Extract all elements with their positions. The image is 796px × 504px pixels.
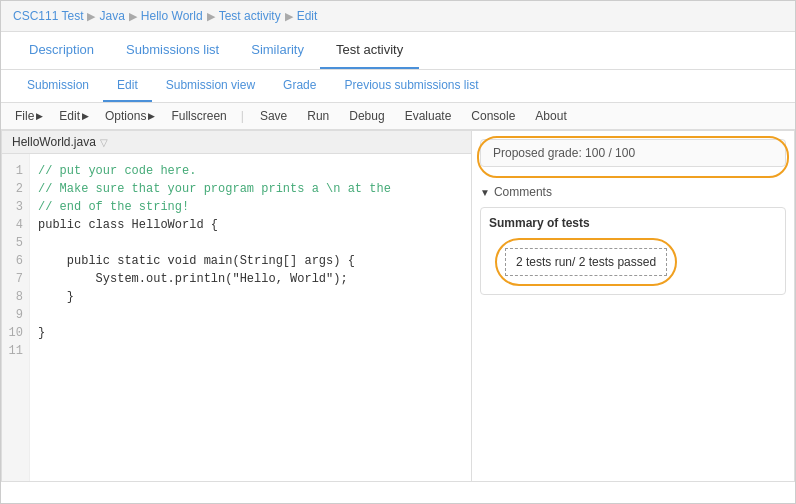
- grade-label: Proposed grade: 100 / 100: [493, 146, 635, 160]
- comments-toggle[interactable]: ▼ Comments: [480, 185, 786, 199]
- right-panel: Proposed grade: 100 / 100 ▼ Comments Sum…: [472, 131, 794, 481]
- triangle-icon: ▼: [480, 187, 490, 198]
- comments-label: Comments: [494, 185, 552, 199]
- breadcrumb-java[interactable]: Java: [99, 9, 124, 23]
- breadcrumb-csc111[interactable]: CSC111 Test: [13, 9, 83, 23]
- subtab-edit[interactable]: Edit: [103, 70, 152, 102]
- summary-title: Summary of tests: [489, 216, 777, 230]
- breadcrumb: CSC111 Test ▶ Java ▶ Hello World ▶ Test …: [1, 1, 795, 32]
- subtab-previous-submissions[interactable]: Previous submissions list: [330, 70, 492, 102]
- toolbar-edit-label: Edit: [59, 109, 80, 123]
- comments-section: ▼ Comments: [480, 185, 786, 199]
- tab-similarity[interactable]: Similarity: [235, 32, 320, 69]
- line-numbers: 12345 67891011: [2, 154, 30, 481]
- toolbar-options-arrow: ▶: [148, 111, 155, 121]
- breadcrumb-testactivity[interactable]: Test activity: [219, 9, 281, 23]
- editor-toolbar: File ▶ Edit ▶ Options ▶ Fullscreen | Sav…: [1, 103, 795, 130]
- toolbar-edit-arrow: ▶: [82, 111, 89, 121]
- toolbar-run-button[interactable]: Run: [299, 107, 337, 125]
- toolbar-debug-button[interactable]: Debug: [341, 107, 392, 125]
- toolbar-file-arrow: ▶: [36, 111, 43, 121]
- subtab-submission-view[interactable]: Submission view: [152, 70, 269, 102]
- breadcrumb-sep-1: ▶: [87, 10, 95, 23]
- tests-result-container: 2 tests run/ 2 tests passed: [505, 244, 667, 280]
- file-tab[interactable]: HelloWorld.java ▽: [2, 131, 471, 154]
- breadcrumb-sep-3: ▶: [207, 10, 215, 23]
- toolbar-options[interactable]: Options ▶: [99, 107, 161, 125]
- tab-submissions-list[interactable]: Submissions list: [110, 32, 235, 69]
- grade-box: Proposed grade: 100 / 100: [480, 139, 786, 167]
- toolbar-save-button[interactable]: Save: [252, 107, 295, 125]
- top-tab-bar: Description Submissions list Similarity …: [1, 32, 795, 70]
- toolbar-console-button[interactable]: Console: [463, 107, 523, 125]
- tab-test-activity[interactable]: Test activity: [320, 32, 419, 69]
- toolbar-file[interactable]: File ▶: [9, 107, 49, 125]
- code-area[interactable]: 12345 67891011 // put your code here. //…: [2, 154, 471, 481]
- toolbar-fullscreen-label: Fullscreen: [171, 109, 226, 123]
- toolbar-fullscreen[interactable]: Fullscreen: [165, 107, 232, 125]
- editor-container: HelloWorld.java ▽ 12345 67891011 // put …: [1, 130, 795, 482]
- breadcrumb-sep-4: ▶: [285, 10, 293, 23]
- code-editor-panel: HelloWorld.java ▽ 12345 67891011 // put …: [2, 131, 472, 481]
- breadcrumb-helloworld[interactable]: Hello World: [141, 9, 203, 23]
- toolbar-options-label: Options: [105, 109, 146, 123]
- tab-description[interactable]: Description: [13, 32, 110, 69]
- toolbar-edit[interactable]: Edit ▶: [53, 107, 95, 125]
- app-window: CSC111 Test ▶ Java ▶ Hello World ▶ Test …: [0, 0, 796, 504]
- breadcrumb-edit[interactable]: Edit: [297, 9, 318, 23]
- summary-section: Summary of tests 2 tests run/ 2 tests pa…: [480, 207, 786, 295]
- toolbar-file-label: File: [15, 109, 34, 123]
- tests-result-box: 2 tests run/ 2 tests passed: [505, 248, 667, 276]
- code-content[interactable]: // put your code here. // Make sure that…: [30, 154, 471, 481]
- sub-tab-bar: Submission Edit Submission view Grade Pr…: [1, 70, 795, 103]
- breadcrumb-sep-2: ▶: [129, 10, 137, 23]
- subtab-grade[interactable]: Grade: [269, 70, 330, 102]
- grade-container: Proposed grade: 100 / 100: [480, 139, 786, 175]
- file-tab-name: HelloWorld.java: [12, 135, 96, 149]
- subtab-submission[interactable]: Submission: [13, 70, 103, 102]
- tests-result-text: 2 tests run/ 2 tests passed: [516, 255, 656, 269]
- toolbar-separator: |: [237, 109, 248, 123]
- toolbar-about-button[interactable]: About: [527, 107, 574, 125]
- toolbar-evaluate-button[interactable]: Evaluate: [397, 107, 460, 125]
- file-tab-icon: ▽: [100, 137, 108, 148]
